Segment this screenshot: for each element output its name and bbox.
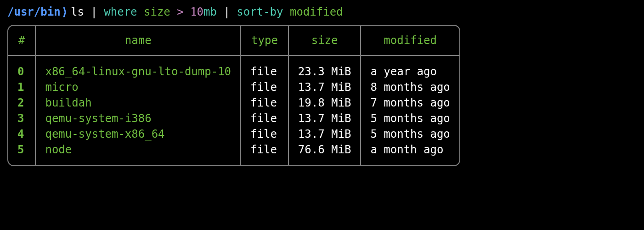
header-modified: modified [361,26,459,56]
cell-size: 23.3 MiB [288,56,361,79]
cmd-token [170,6,177,18]
cmd-token: | [90,6,97,18]
cell-type: file [241,142,288,165]
header-index: # [8,26,35,56]
table-header-row: # name type size modified [8,26,459,56]
cell-name: x86_64-linux-gnu-lto-dump-10 [35,56,241,79]
table-row: 5nodefile76.6 MiBa month ago [8,142,459,165]
cmd-token: ls [71,6,84,18]
cell-index: 5 [8,142,35,165]
prompt-command: ls | where size > 10mb | sort-by modifie… [71,6,343,18]
cmd-token: > [177,6,183,18]
cell-size: 13.7 MiB [288,126,361,142]
cell-name: buildah [35,95,241,111]
cmd-token: | [223,6,230,18]
cell-size: 13.7 MiB [288,79,361,95]
cmd-token: sort-by [237,6,283,18]
cell-name: node [35,142,241,165]
output-table: # name type size modified 0x86_64-linux-… [7,25,460,166]
cmd-token [283,6,290,18]
cmd-token: size [144,6,170,18]
prompt-path: /usr/bin [7,6,61,18]
cell-index: 2 [8,95,35,111]
header-name: name [35,26,241,56]
cell-index: 3 [8,111,35,126]
cell-type: file [241,56,288,79]
cell-type: file [241,126,288,142]
table-row: 1microfile13.7 MiB8 months ago [8,79,459,95]
cmd-token [84,6,90,18]
cmd-token: mb [203,6,217,18]
prompt-separator-icon: ⟩ [62,6,68,18]
cell-type: file [241,95,288,111]
header-type: type [241,26,288,56]
table-row: 4qemu-system-x86_64file13.7 MiB5 months … [8,126,459,142]
prompt-line[interactable]: /usr/bin ⟩ ls | where size > 10mb | sort… [7,6,637,18]
cell-modified: a year ago [361,56,459,79]
cell-modified: 5 months ago [361,111,459,126]
cell-modified: 8 months ago [361,79,459,95]
cell-index: 0 [8,56,35,79]
cell-name: micro [35,79,241,95]
cmd-token [184,6,190,18]
cmd-token [97,6,104,18]
cell-size: 19.8 MiB [288,95,361,111]
cell-index: 4 [8,126,35,142]
cell-type: file [241,111,288,126]
cell-modified: a month ago [361,142,459,165]
cmd-token [230,6,237,18]
table-row: 0x86_64-linux-gnu-lto-dump-10file23.3 Mi… [8,56,459,79]
cmd-token: where [104,6,137,18]
cell-index: 1 [8,79,35,95]
cell-modified: 7 months ago [361,95,459,111]
cell-name: qemu-system-x86_64 [35,126,241,142]
cell-name: qemu-system-i386 [35,111,241,126]
cmd-token [137,6,144,18]
cell-size: 76.6 MiB [288,142,361,165]
table-row: 3qemu-system-i386file13.7 MiB5 months ag… [8,111,459,126]
cell-modified: 5 months ago [361,126,459,142]
cmd-token: modified [290,6,343,18]
cmd-token: 10 [190,6,203,18]
cmd-token [217,6,223,18]
header-size: size [288,26,361,56]
cell-type: file [241,79,288,95]
table-row: 2buildahfile19.8 MiB7 months ago [8,95,459,111]
cell-size: 13.7 MiB [288,111,361,126]
